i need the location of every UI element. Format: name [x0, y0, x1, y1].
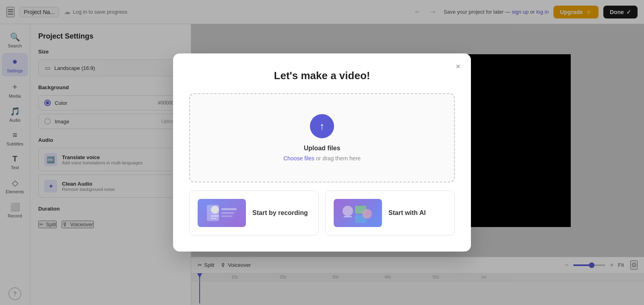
modal-close-button[interactable]: × [452, 60, 464, 73]
upload-modal: × Let's make a video! ↑ Upload files Cho… [173, 53, 471, 252]
recording-thumbnail-svg [204, 201, 240, 225]
svg-point-9 [343, 206, 353, 216]
svg-rect-10 [344, 216, 352, 217]
upload-subtitle: Choose files or drag them here [198, 155, 446, 162]
svg-rect-7 [221, 215, 233, 217]
ai-thumbnail [334, 199, 382, 227]
svg-rect-3 [211, 215, 219, 217]
recording-thumbnail [198, 199, 246, 227]
modal-overlay[interactable]: × Let's make a video! ↑ Upload files Cho… [0, 0, 644, 305]
upload-zone[interactable]: ↑ Upload files Choose files or drag them… [189, 93, 455, 182]
recording-option-label: Start by recording [252, 209, 308, 217]
modal-option-ai[interactable]: Start with AI [325, 190, 455, 235]
modal-options: Start by recording [189, 190, 455, 235]
svg-rect-6 [221, 212, 234, 214]
svg-point-13 [362, 209, 372, 219]
svg-rect-5 [221, 208, 237, 210]
upload-circle: ↑ [310, 114, 334, 138]
svg-point-2 [211, 206, 219, 214]
upload-drag-text: or drag them here [316, 155, 361, 162]
upload-title: Upload files [198, 145, 446, 152]
ai-thumbnail-svg [340, 201, 376, 225]
ai-option-label: Start with AI [388, 209, 426, 217]
upload-arrow-icon: ↑ [320, 120, 325, 133]
modal-title: Let's make a video! [189, 70, 455, 82]
modal-option-recording[interactable]: Start by recording [189, 190, 319, 235]
svg-rect-4 [211, 218, 217, 219]
choose-files-link[interactable]: Choose files [283, 155, 314, 162]
